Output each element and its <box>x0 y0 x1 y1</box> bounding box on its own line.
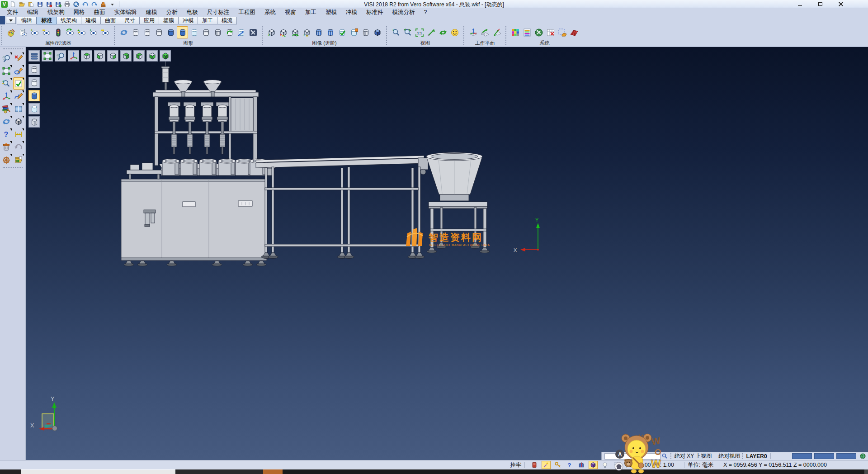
import-folder-icon[interactable] <box>13 153 24 166</box>
viewport-canvas[interactable]: Y X Y X 智造资料网 INTELLIGENT MANUFAC <box>26 47 868 460</box>
zoom-select-icon[interactable] <box>1 52 12 64</box>
color-swatch-3[interactable] <box>836 453 856 459</box>
show-all-icon[interactable]: + <box>88 26 99 38</box>
insert-file-icon[interactable] <box>27 0 35 8</box>
menu-item-16[interactable]: 冲模 <box>341 8 362 16</box>
workplane-cube-icon[interactable] <box>589 461 598 469</box>
wire-solid-icon[interactable] <box>360 26 371 38</box>
color-swatch-1[interactable] <box>792 453 812 459</box>
taskbar-show-desktop[interactable] <box>864 469 868 474</box>
ghost-display-icon[interactable] <box>200 26 212 38</box>
strip-transparent-icon[interactable] <box>28 103 40 114</box>
hint-bulb-icon[interactable] <box>600 461 609 469</box>
tab-11[interactable]: 模流 <box>217 17 237 24</box>
view-mode-label[interactable]: 绝对视图 <box>718 452 740 460</box>
move-axis-icon[interactable] <box>1 90 12 102</box>
strip-hatched-icon[interactable] <box>28 116 40 128</box>
sketch-ellipse-icon[interactable] <box>13 65 24 77</box>
select-hand-icon[interactable] <box>557 26 568 38</box>
license-key-icon[interactable] <box>553 461 562 469</box>
grid-plane-icon[interactable] <box>568 26 580 38</box>
plugin-package-icon[interactable] <box>577 461 586 469</box>
print-icon[interactable] <box>63 0 71 8</box>
color-table-icon[interactable] <box>521 26 533 38</box>
view-back-icon[interactable] <box>120 50 132 62</box>
render-filter-icon[interactable] <box>278 26 289 38</box>
hidden-line-display-icon[interactable] <box>142 26 153 38</box>
zoom-extents-icon[interactable] <box>42 50 53 62</box>
hatched-display-icon[interactable] <box>212 26 223 38</box>
magic-wand-icon[interactable] <box>542 461 551 469</box>
print-preview-icon[interactable] <box>72 0 80 8</box>
wireframe-display-icon[interactable] <box>130 26 141 38</box>
menu-item-11[interactable]: 工程图 <box>234 8 260 16</box>
flag-solid-icon[interactable] <box>348 26 359 38</box>
tab-2[interactable]: 标准 <box>37 17 57 24</box>
color-swatch-2[interactable] <box>814 453 834 459</box>
axonometric-view-icon[interactable] <box>68 50 79 62</box>
menu-item-6[interactable]: 实体编辑 <box>110 8 142 16</box>
hide-all-icon[interactable] <box>99 26 111 38</box>
close-button[interactable] <box>837 1 844 7</box>
maximize-button[interactable] <box>816 1 824 7</box>
mascot-widget[interactable]: WOWA <box>615 433 666 474</box>
tab-7[interactable]: 应用 <box>140 17 159 24</box>
taskbar-app-light[interactable] <box>21 469 175 474</box>
attributes-books-icon[interactable] <box>1 103 12 115</box>
menu-item-19[interactable]: ? <box>420 8 432 16</box>
undo-icon[interactable] <box>81 0 89 8</box>
refresh-view-icon[interactable] <box>437 26 448 38</box>
dock-grip-top[interactable] <box>3 48 23 51</box>
delete-trash-icon[interactable] <box>1 141 12 153</box>
sketch-curve-icon[interactable] <box>13 90 24 102</box>
strip-wireframe-icon[interactable] <box>28 64 40 75</box>
tab-6[interactable]: 尺寸 <box>120 17 140 24</box>
validate-check-icon[interactable] <box>13 77 24 90</box>
navigate-helm-icon[interactable] <box>1 153 12 166</box>
menu-item-18[interactable]: 模流分析 <box>388 8 420 16</box>
workplane-entity-icon[interactable] <box>479 26 491 38</box>
clipboard-red-icon[interactable] <box>530 461 539 469</box>
view-orientation-label[interactable]: 绝对 XY 上视图 <box>675 452 712 460</box>
attributes-paint-icon[interactable] <box>5 26 17 38</box>
refresh-render-icon[interactable] <box>289 26 301 38</box>
validate-solid-icon[interactable] <box>336 26 348 38</box>
show-entities-icon[interactable]: + <box>29 26 40 38</box>
table-delete-icon[interactable] <box>545 26 556 38</box>
view-front-icon[interactable] <box>107 50 118 62</box>
menu-item-3[interactable]: 线架构 <box>43 8 69 16</box>
save-icon[interactable] <box>36 0 44 8</box>
save-as-icon[interactable] <box>45 0 53 8</box>
pan-view-icon[interactable] <box>425 26 437 38</box>
tab-1[interactable]: 编辑 <box>17 17 37 24</box>
view-bottom-icon[interactable] <box>94 50 105 62</box>
selection-box-icon[interactable] <box>1 65 12 77</box>
zoom-selection-icon[interactable] <box>402 26 413 38</box>
toggle-visibility-icon[interactable]: + <box>76 26 87 38</box>
menu-item-13[interactable]: 视窗 <box>280 8 301 16</box>
save-all-icon[interactable] <box>54 0 62 8</box>
view-iso-icon[interactable] <box>160 50 171 62</box>
page-visibility-icon[interactable] <box>17 26 28 38</box>
toggle-render-icon[interactable]: + <box>301 26 312 38</box>
dashed-hidden-display-icon[interactable] <box>153 26 165 38</box>
measure-distance-icon[interactable] <box>13 128 24 140</box>
taskbar-segment[interactable] <box>0 469 21 474</box>
transparent-display-icon[interactable] <box>189 26 200 38</box>
taskbar-app-orange[interactable] <box>263 469 283 474</box>
menu-item-12[interactable]: 系统 <box>260 8 280 16</box>
menu-item-10[interactable]: 尺寸标注 <box>203 8 234 16</box>
zoom-plus-minus-icon[interactable]: + <box>1 77 12 90</box>
help-query-icon[interactable]: ? <box>1 128 12 140</box>
tab-5[interactable]: 曲面 <box>101 17 120 24</box>
redraw-icon[interactable] <box>118 26 129 38</box>
menu-item-4[interactable]: 网格 <box>69 8 90 16</box>
menu-item-7[interactable]: 建模 <box>142 8 162 16</box>
blue-cube-icon[interactable] <box>372 26 383 38</box>
hide-entities-icon[interactable] <box>41 26 52 38</box>
color-palette-icon[interactable] <box>509 26 521 38</box>
globe-icon[interactable] <box>859 453 867 460</box>
tab-10[interactable]: 加工 <box>198 17 217 24</box>
view-top-icon[interactable] <box>81 50 92 62</box>
regen-solid-icon[interactable] <box>224 26 235 38</box>
